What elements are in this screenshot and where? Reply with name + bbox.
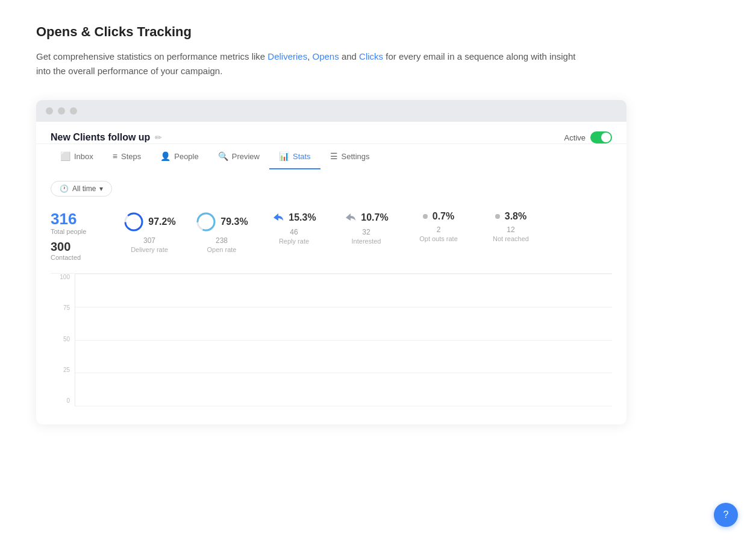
chart-y-labels: 0 25 50 75 100 <box>51 274 70 406</box>
link-opens[interactable]: Opens <box>313 51 339 61</box>
stats-row: 316 Total people 300 Contacted 97.2% 307 <box>51 211 612 274</box>
toggle-switch[interactable] <box>590 131 612 143</box>
tab-preview[interactable]: 🔍 Preview <box>208 144 269 169</box>
optout-metric-top: 0.7% <box>423 211 454 222</box>
reply-rate-pct: 15.3% <box>289 212 316 223</box>
reply-icon <box>272 211 285 224</box>
stat-delivery: 97.2% 307 Delivery rate <box>119 211 180 253</box>
app-content: New Clients follow up ✏ Active ⬜ Inbox ≡… <box>36 122 626 424</box>
grid-line-25 <box>75 373 612 373</box>
open-rate-label: Open rate <box>207 246 237 253</box>
edit-icon[interactable]: ✏ <box>155 133 162 142</box>
optout-pct: 0.7% <box>433 211 454 222</box>
open-rate-count: 238 <box>216 236 228 245</box>
notreached-label: Not reached <box>493 235 529 242</box>
y-label-0: 0 <box>51 397 70 404</box>
interested-count: 32 <box>362 228 370 236</box>
grid-line-50 <box>75 340 612 341</box>
inbox-icon: ⬜ <box>60 151 70 161</box>
y-label-75: 75 <box>51 304 70 311</box>
open-rate-pct: 79.3% <box>220 216 248 227</box>
campaign-title: New Clients follow up <box>51 132 150 143</box>
tab-inbox[interactable]: ⬜ Inbox <box>51 144 103 169</box>
time-filter-button[interactable]: 🕐 All time ▾ <box>51 181 112 197</box>
contacted-number: 300 <box>51 240 105 254</box>
open-metric-top: 79.3% <box>195 211 248 233</box>
tab-people[interactable]: 👤 People <box>151 144 208 169</box>
reply-rate-count: 46 <box>290 228 298 236</box>
link-clicks[interactable]: Clicks <box>359 51 383 61</box>
tab-settings-label: Settings <box>342 152 370 161</box>
browser-dot-1 <box>46 107 53 115</box>
settings-icon: ☰ <box>330 151 338 161</box>
page-description: Get comprehensive statistics on performa… <box>36 49 590 78</box>
interested-metric-top: 10.7% <box>344 211 388 224</box>
clock-icon: 🕐 <box>60 184 69 193</box>
chart-grid: 0 25 50 75 100 <box>51 274 612 406</box>
chart-area: 0 25 50 75 100 <box>51 274 612 412</box>
campaign-title-row: New Clients follow up ✏ <box>51 132 162 143</box>
open-circle <box>195 211 217 233</box>
tab-inbox-label: Inbox <box>74 152 93 161</box>
link-deliveries[interactable]: Deliveries <box>267 51 307 61</box>
steps-icon: ≡ <box>113 151 117 161</box>
stat-optout: 0.7% 2 Opt outs rate <box>408 211 469 242</box>
y-label-50: 50 <box>51 336 70 342</box>
tab-stats-label: Stats <box>293 152 311 161</box>
chevron-icon: ▾ <box>99 184 103 193</box>
contacted-label: Contacted <box>51 254 105 261</box>
time-filter-label: All time <box>72 184 96 193</box>
optout-count: 2 <box>437 225 441 234</box>
optout-dot-icon <box>423 214 428 219</box>
total-people-number: 316 <box>51 211 105 227</box>
stat-total: 316 Total people 300 Contacted <box>51 211 105 261</box>
grid-line-75 <box>75 307 612 307</box>
delivery-rate-label: Delivery rate <box>131 246 168 253</box>
delivery-circle <box>123 211 145 233</box>
stat-open: 79.3% 238 Open rate <box>192 211 252 253</box>
campaign-header: New Clients follow up ✏ Active <box>36 122 626 144</box>
tab-steps[interactable]: ≡ Steps <box>103 144 151 169</box>
tab-people-label: People <box>174 152 198 161</box>
total-people-label: Total people <box>51 228 105 235</box>
stat-reply: 15.3% 46 Reply rate <box>264 211 324 245</box>
interested-pct: 10.7% <box>361 212 388 223</box>
notreached-count: 12 <box>507 225 514 234</box>
preview-icon: 🔍 <box>218 151 228 161</box>
delivery-rate-count: 307 <box>143 236 155 245</box>
y-label-100: 100 <box>51 274 70 280</box>
browser-bar <box>36 100 626 122</box>
page-title: Opens & Clicks Tracking <box>36 24 720 40</box>
delivery-metric-top: 97.2% <box>123 211 175 233</box>
stats-body: 🕐 All time ▾ 316 Total people 300 Contac… <box>36 169 626 424</box>
tab-steps-label: Steps <box>121 152 141 161</box>
grid-line-100 <box>75 274 612 274</box>
reply-rate-label: Reply rate <box>279 238 309 245</box>
tab-stats[interactable]: 📊 Stats <box>269 144 320 169</box>
grid-lines <box>75 274 612 406</box>
tab-preview-label: Preview <box>232 152 260 161</box>
grid-line-0 <box>75 406 612 406</box>
stats-icon: 📊 <box>279 151 289 161</box>
reply-metric-top: 15.3% <box>272 211 316 224</box>
interested-icon <box>344 211 357 224</box>
notreached-dot-icon <box>495 214 500 219</box>
stat-notreached: 3.8% 12 Not reached <box>481 211 541 242</box>
notreached-pct: 3.8% <box>505 211 526 222</box>
optout-label: Opt outs rate <box>419 235 458 242</box>
chart-bars-container <box>75 274 612 406</box>
notreached-metric-top: 3.8% <box>495 211 526 222</box>
nav-tabs: ⬜ Inbox ≡ Steps 👤 People 🔍 Preview 📊 Sta… <box>36 144 626 169</box>
browser-dot-3 <box>70 107 77 115</box>
active-toggle: Active <box>564 131 612 143</box>
delivery-rate-pct: 97.2% <box>148 216 175 227</box>
tab-settings[interactable]: ☰ Settings <box>320 144 380 169</box>
browser-window: New Clients follow up ✏ Active ⬜ Inbox ≡… <box>36 100 626 424</box>
y-label-25: 25 <box>51 367 70 373</box>
interested-label: Interested <box>352 238 381 245</box>
people-icon: 👤 <box>160 151 170 161</box>
filter-bar: 🕐 All time ▾ <box>51 181 612 197</box>
stat-interested: 10.7% 32 Interested <box>336 211 396 245</box>
browser-dot-2 <box>58 107 65 115</box>
active-label: Active <box>564 133 586 142</box>
